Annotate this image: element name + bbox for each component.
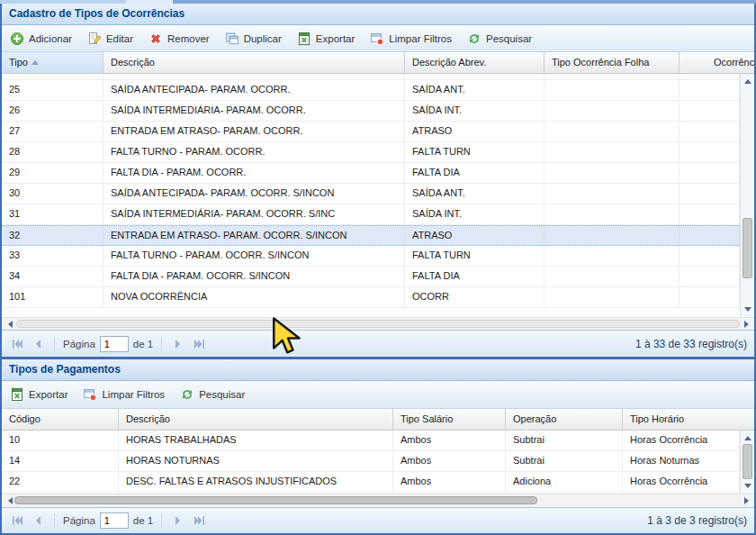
cell: 101 xyxy=(2,287,104,307)
toolbar-button-label: Pesquisar xyxy=(199,389,245,400)
cell xyxy=(544,142,680,162)
table-row[interactable]: 34FALTA DIA - PARAM. OCORR. S/INCONFALTA… xyxy=(2,267,740,287)
panel1-column-headers: TipoDescriçãoDescrição Abrev.Tipo Ocorrê… xyxy=(2,52,754,74)
cell: 30 xyxy=(2,184,104,204)
scroll-right-icon[interactable] xyxy=(740,318,752,330)
scroll-up-icon[interactable] xyxy=(741,76,754,87)
cell xyxy=(680,163,740,183)
cell: SAÍDA ANTECIPADA- PARAM. OCORR. S/INCON xyxy=(104,184,405,204)
first-page-button[interactable] xyxy=(9,512,25,529)
first-page-button[interactable] xyxy=(9,336,25,352)
page-label: Página xyxy=(63,515,95,526)
last-page-button[interactable] xyxy=(191,512,207,529)
cell xyxy=(680,80,740,100)
page-number-input[interactable] xyxy=(100,512,129,529)
column-header-label: Operação xyxy=(513,409,556,430)
panel1-vertical-scrollbar[interactable] xyxy=(740,74,754,317)
pesquisar-button[interactable]: Pesquisar xyxy=(180,385,245,404)
table-row[interactable]: 28FALTA TURNO - PARAM. OCORR.FALTA TURN xyxy=(2,142,740,163)
table-row[interactable]: 26SAÍDA INTERMEDIÁRIA- PARAM. OCORR.SAÍD… xyxy=(2,101,740,122)
duplicar-button[interactable]: Duplicar xyxy=(225,29,282,49)
table-row-selected[interactable]: 32ENTRADA EM ATRASO- PARAM. OCORR. S/INC… xyxy=(2,225,740,246)
table-row[interactable]: 29FALTA DIA - PARAM. OCORR.FALTA DIA xyxy=(2,163,740,184)
column-header-label: Código xyxy=(9,409,40,430)
table-row[interactable]: 30SAÍDA ANTECIPADA- PARAM. OCORR. S/INCO… xyxy=(2,184,740,204)
column-header-label: Descrição xyxy=(111,52,155,73)
table-row[interactable]: 27ENTRADA EM ATRASO- PARAM. OCORR.ATRASO xyxy=(2,122,740,142)
cell: SAÍDA INTERMEDIÁRIA- PARAM. OCORR. S/INC xyxy=(104,204,405,224)
column-header-tipo[interactable]: Tipo xyxy=(2,52,104,73)
search-icon xyxy=(467,32,482,46)
cell: ENTRADA EM ATRASO- PARAM. OCORR. xyxy=(104,122,405,141)
table-row[interactable]: 10HORAS TRABALHADASAmbosSubtraiHoras Oco… xyxy=(2,431,740,451)
exportar-button[interactable]: Exportar xyxy=(297,29,355,49)
cell: SAÍDA INT. xyxy=(405,204,544,224)
table-row[interactable]: 22DESC. FALTAS E ATRASOS INJUSTIFICADOSA… xyxy=(2,472,740,493)
cell: 26 xyxy=(2,101,104,121)
panel1-hscroll-thumb[interactable] xyxy=(16,320,740,328)
next-page-button[interactable] xyxy=(170,336,186,352)
column-header-descricao-abrev[interactable]: Descrição Abrev. xyxy=(405,52,544,73)
column-header-descricao[interactable]: Descrição xyxy=(104,52,405,73)
table-row[interactable]: 14HORAS NOTURNASAmbosSubtraiHoras Noturn… xyxy=(2,451,740,472)
scroll-down-icon[interactable] xyxy=(741,480,754,492)
cell xyxy=(680,122,740,141)
table-row[interactable]: 31SAÍDA INTERMEDIÁRIA- PARAM. OCORR. S/I… xyxy=(2,204,740,225)
panel2-titlebar: Tipos de Pagamentos xyxy=(2,359,754,381)
panel2-hscroll-thumb[interactable] xyxy=(14,496,537,504)
panel1-horizontal-scrollbar[interactable] xyxy=(2,317,754,330)
clear-filters-icon xyxy=(370,32,384,46)
next-page-button[interactable] xyxy=(170,512,186,529)
page-label: Página xyxy=(63,339,95,349)
page-of-label: de 1 xyxy=(133,339,153,349)
table-row-partially-scrolled[interactable]: 24FALTAS E ATRASOS COMPENSADOSF/A/Q COM. xyxy=(2,74,740,80)
table-row[interactable]: 25SAÍDA ANTECIPADA- PARAM. OCORR.SAÍDA A… xyxy=(2,80,740,101)
limpar-filtros-button[interactable]: Limpar Filtros xyxy=(83,385,165,404)
page-number-input[interactable] xyxy=(100,336,129,352)
pager-separator xyxy=(54,513,55,528)
cell: Ambos xyxy=(393,431,506,450)
scroll-up-icon[interactable] xyxy=(741,432,754,444)
toolbar-button-label: Pesquisar xyxy=(486,33,532,44)
prev-page-button[interactable] xyxy=(30,512,46,529)
limpar-filtros-button[interactable]: Limpar Filtros xyxy=(370,29,452,49)
panel2-grid-body: 10HORAS TRABALHADASAmbosSubtraiHoras Oco… xyxy=(2,431,754,494)
panel1-vscroll-thumb[interactable] xyxy=(742,218,752,278)
column-header-descricao[interactable]: Descrição xyxy=(119,409,393,430)
cell: Ambos xyxy=(393,451,506,471)
scroll-left-icon[interactable] xyxy=(4,318,16,330)
panel2-horizontal-scrollbar[interactable] xyxy=(2,494,754,507)
cell: Subtrai xyxy=(506,451,623,471)
column-header-codigo[interactable]: Código xyxy=(2,409,119,430)
table-row[interactable]: 101NOVA OCORRÊNCIAOCORR xyxy=(2,287,740,308)
exportar-button[interactable]: Exportar xyxy=(10,385,68,404)
cell: NOVA OCORRÊNCIA xyxy=(104,287,405,307)
editar-button[interactable]: Editar xyxy=(87,29,133,49)
adicionar-button[interactable]: Adicionar xyxy=(10,29,72,49)
cell: Horas Ocorrência xyxy=(623,472,740,492)
pesquisar-button[interactable]: Pesquisar xyxy=(467,29,532,49)
prev-page-button[interactable] xyxy=(30,336,46,352)
remover-button[interactable]: Remover xyxy=(148,29,210,49)
remove-icon xyxy=(148,32,163,46)
panel2-vertical-scrollbar[interactable] xyxy=(740,431,754,494)
cell xyxy=(680,246,740,266)
column-header-tipo-ocorrencia-folha[interactable]: Tipo Ocorrência Folha xyxy=(544,52,680,73)
toolbar-button-label: Exportar xyxy=(29,389,68,400)
last-page-button[interactable] xyxy=(191,336,207,352)
table-row[interactable]: 33FALTA TURNO - PARAM. OCORR. S/INCONFAL… xyxy=(2,246,740,267)
column-header-ocorrencia[interactable]: Ocorrência xyxy=(680,52,754,73)
panel2-paging-toolbar: Página de 1 1 à 3 de 3 registro(s) xyxy=(2,507,754,533)
scroll-right-icon[interactable] xyxy=(740,494,752,507)
pager-separator xyxy=(161,513,162,528)
cell: Ambos xyxy=(393,472,506,492)
scroll-down-icon[interactable] xyxy=(741,304,754,315)
column-header-tipo-salario[interactable]: Tipo Salário xyxy=(393,409,506,430)
column-header-tipo-horario[interactable]: Tipo Horário xyxy=(623,409,754,430)
page-of-label: de 1 xyxy=(133,515,153,526)
cell: 27 xyxy=(2,122,104,141)
panel2-vscroll-thumb[interactable] xyxy=(742,444,752,479)
column-header-operacao[interactable]: Operação xyxy=(506,409,623,430)
cell: 31 xyxy=(2,204,104,224)
cell: 33 xyxy=(2,246,104,266)
